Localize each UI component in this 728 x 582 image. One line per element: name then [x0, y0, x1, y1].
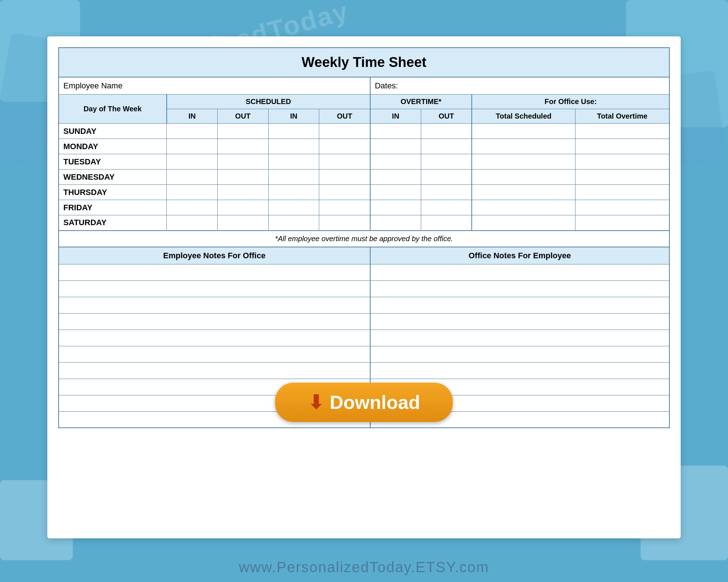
off-note-1[interactable]: [370, 264, 669, 280]
tuesday-in1[interactable]: [167, 154, 218, 170]
emp-note-5[interactable]: [59, 330, 370, 346]
monday-out2[interactable]: [319, 139, 370, 154]
off-note-3[interactable]: [370, 297, 669, 313]
wednesday-label: WEDNESDAY: [59, 170, 167, 185]
tuesday-out1[interactable]: [217, 154, 268, 170]
friday-label: FRIDAY: [59, 200, 167, 215]
tuesday-ot-out[interactable]: [421, 154, 472, 170]
monday-total-sched[interactable]: [472, 139, 575, 154]
sunday-out1[interactable]: [217, 124, 268, 139]
office-notes-header: Office Notes For Employee: [370, 247, 669, 264]
friday-total-sched[interactable]: [472, 200, 575, 215]
table-row: SUNDAY: [59, 124, 669, 139]
out2-header: OUT: [319, 109, 370, 124]
wednesday-out1[interactable]: [217, 170, 268, 185]
emp-note-7[interactable]: [59, 362, 370, 379]
thursday-out1[interactable]: [217, 185, 268, 200]
emp-note-1[interactable]: [59, 264, 370, 280]
employee-name-cell[interactable]: Employee Name: [59, 77, 370, 95]
sunday-ot-in[interactable]: [370, 124, 421, 139]
saturday-out1[interactable]: [217, 215, 268, 231]
download-arrow-icon: ⬇: [308, 391, 324, 413]
thursday-total-sched[interactable]: [472, 185, 575, 200]
off-note-4[interactable]: [370, 313, 669, 330]
friday-ot-out[interactable]: [421, 200, 472, 215]
monday-ot-in[interactable]: [370, 139, 421, 154]
monday-in1[interactable]: [167, 139, 218, 154]
friday-in1[interactable]: [167, 200, 218, 215]
friday-out1[interactable]: [217, 200, 268, 215]
friday-out2[interactable]: [319, 200, 370, 215]
sunday-total-sched[interactable]: [472, 124, 575, 139]
off-note-7[interactable]: [370, 362, 669, 379]
wednesday-in2[interactable]: [268, 170, 319, 185]
off-note-5[interactable]: [370, 330, 669, 346]
thursday-in2[interactable]: [268, 185, 319, 200]
employee-row: Employee Name Dates:: [59, 77, 669, 95]
thursday-out2[interactable]: [319, 185, 370, 200]
notes-header-row: Employee Notes For Office Office Notes F…: [59, 247, 669, 264]
wednesday-ot-in[interactable]: [370, 170, 421, 185]
emp-note-6[interactable]: [59, 346, 370, 362]
friday-ot-in[interactable]: [370, 200, 421, 215]
saturday-ot-in[interactable]: [370, 215, 421, 231]
off-note-6[interactable]: [370, 346, 669, 362]
monday-total-ot[interactable]: [575, 139, 669, 154]
saturday-total-ot[interactable]: [575, 215, 669, 231]
wednesday-out2[interactable]: [319, 170, 370, 185]
download-button[interactable]: ⬇ Download: [275, 383, 453, 422]
tuesday-total-sched[interactable]: [472, 154, 575, 170]
thursday-ot-in[interactable]: [370, 185, 421, 200]
monday-ot-out[interactable]: [421, 139, 472, 154]
tuesday-ot-in[interactable]: [370, 154, 421, 170]
sunday-in2[interactable]: [268, 124, 319, 139]
saturday-total-sched[interactable]: [472, 215, 575, 231]
sunday-in1[interactable]: [167, 124, 218, 139]
employee-notes-header: Employee Notes For Office: [59, 247, 370, 264]
notes-row-2: [59, 280, 669, 297]
in1-header: IN: [167, 109, 218, 124]
notes-row-4: [59, 313, 669, 330]
wednesday-total-sched[interactable]: [472, 170, 575, 185]
tuesday-label: TUESDAY: [59, 154, 167, 170]
saturday-out2[interactable]: [319, 215, 370, 231]
table-row: SATURDAY: [59, 215, 669, 231]
overtime-note-row: *All employee overtime must be approved …: [59, 231, 669, 247]
notes-row-6: [59, 346, 669, 362]
sunday-ot-out[interactable]: [421, 124, 472, 139]
emp-note-4[interactable]: [59, 313, 370, 330]
wednesday-total-ot[interactable]: [575, 170, 669, 185]
thursday-in1[interactable]: [167, 185, 218, 200]
sheet-title: Weekly Time Sheet: [59, 48, 669, 77]
ot-in-header: IN: [370, 109, 421, 124]
table-row: FRIDAY: [59, 200, 669, 215]
saturday-in1[interactable]: [167, 215, 218, 231]
ot-out-header: OUT: [421, 109, 472, 124]
saturday-label: SATURDAY: [59, 215, 167, 231]
sunday-total-ot[interactable]: [575, 124, 669, 139]
thursday-ot-out[interactable]: [421, 185, 472, 200]
emp-note-2[interactable]: [59, 280, 370, 297]
overtime-note: *All employee overtime must be approved …: [59, 231, 669, 247]
footer-text: www.PersonalizedToday.ETSY.com: [0, 559, 728, 575]
thursday-total-ot[interactable]: [575, 185, 669, 200]
out1-header: OUT: [217, 109, 268, 124]
tuesday-total-ot[interactable]: [575, 154, 669, 170]
wednesday-ot-out[interactable]: [421, 170, 472, 185]
dates-cell[interactable]: Dates:: [370, 77, 669, 95]
off-note-2[interactable]: [370, 280, 669, 297]
friday-in2[interactable]: [268, 200, 319, 215]
tuesday-out2[interactable]: [319, 154, 370, 170]
friday-total-ot[interactable]: [575, 200, 669, 215]
saturday-ot-out[interactable]: [421, 215, 472, 231]
emp-note-3[interactable]: [59, 297, 370, 313]
tuesday-in2[interactable]: [268, 154, 319, 170]
saturday-in2[interactable]: [268, 215, 319, 231]
sunday-out2[interactable]: [319, 124, 370, 139]
monday-in2[interactable]: [268, 139, 319, 154]
table-row: THURSDAY: [59, 185, 669, 200]
monday-out1[interactable]: [217, 139, 268, 154]
thursday-label: THURSDAY: [59, 185, 167, 200]
wednesday-in1[interactable]: [167, 170, 218, 185]
total-scheduled-header: Total Scheduled: [472, 109, 575, 124]
